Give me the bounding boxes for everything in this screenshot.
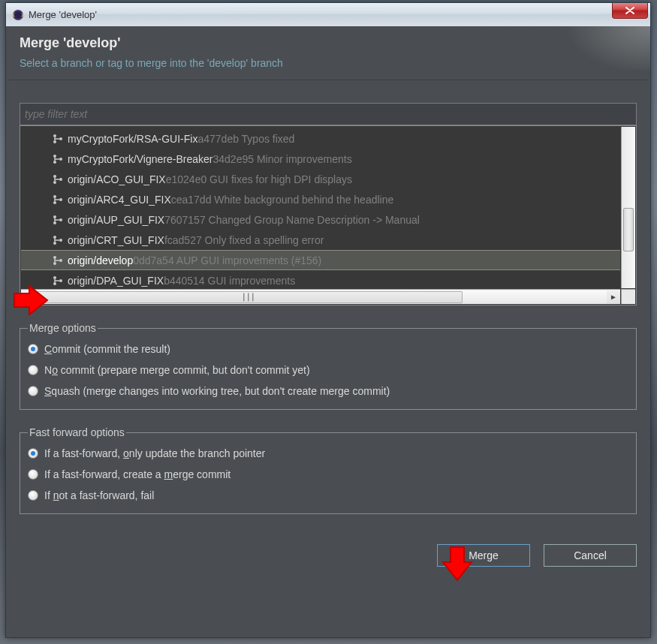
svg-point-11 (59, 178, 62, 181)
svg-point-2 (14, 11, 22, 19)
branch-name: origin/CRT_GUI_FIX (68, 234, 164, 246)
button-bar: Merge Cancel (6, 522, 650, 577)
branch-commit-info: 34d2e95 Minor improvements (212, 153, 351, 165)
branch-commit-info: a477deb Typos fixed (197, 133, 294, 145)
merge-option[interactable]: Commit (commit the result) (28, 339, 628, 360)
eclipse-icon (12, 9, 24, 21)
radio-icon[interactable] (28, 344, 38, 354)
svg-point-6 (53, 155, 56, 158)
svg-point-24 (53, 276, 56, 279)
dialog-window: Merge 'develop' Merge 'develop' Select a… (5, 2, 651, 638)
ff-option[interactable]: If not a fast-forward, fail (28, 485, 628, 506)
branch-icon (53, 215, 63, 225)
svg-point-3 (53, 134, 56, 137)
branch-icon (53, 134, 63, 144)
svg-point-18 (53, 236, 56, 239)
branch-name: myCryptoFork/RSA-GUI-Fix (68, 133, 197, 145)
dialog-title: Merge 'develop' (20, 35, 637, 51)
merge-options-legend: Merge options (28, 322, 98, 334)
svg-point-13 (53, 201, 56, 204)
merge-options-group: Merge options Commit (commit the result)… (20, 322, 637, 410)
filter-input-wrap[interactable] (20, 103, 637, 125)
dialog-subtitle: Select a branch or tag to merge into the… (20, 57, 637, 69)
branch-item[interactable]: origin/DPA_GUI_FIX b440514 GUI improveme… (21, 270, 620, 288)
branch-commit-info: 0dd7a54 AUP GUI improvements (#156) (133, 254, 321, 266)
radio-icon[interactable] (28, 386, 38, 396)
svg-point-10 (53, 181, 56, 184)
hscroll-left-arrow[interactable]: ◄ (21, 290, 35, 304)
svg-point-23 (59, 259, 62, 262)
radio-icon[interactable] (28, 490, 38, 501)
branch-commit-info: cea17dd White background behind the head… (171, 194, 394, 206)
branch-name: origin/ACO_GUI_FIX (68, 173, 166, 185)
window-title: Merge 'develop' (29, 9, 97, 20)
branch-item[interactable]: myCryptoFork/Vignere-Breaker 34d2e95 Min… (21, 149, 620, 169)
tree-viewport[interactable]: myCryptoFork/RSA-GUI-Fix a477deb Typos f… (21, 127, 620, 288)
branch-icon (53, 154, 63, 164)
svg-point-14 (59, 198, 62, 201)
branch-tree-container: myCryptoFork/RSA-GUI-Fix a477deb Typos f… (20, 125, 637, 305)
branch-item[interactable]: myCryptoFork/RSA-GUI-Fix a477deb Typos f… (21, 128, 620, 149)
branch-item[interactable]: origin/develop 0dd7a54 AUP GUI improveme… (21, 250, 620, 270)
dialog-content: myCryptoFork/RSA-GUI-Fix a477deb Typos f… (6, 82, 650, 522)
svg-point-5 (59, 137, 62, 140)
branch-name: origin/AUP_GUI_FIX (68, 214, 164, 226)
radio-icon[interactable] (28, 365, 38, 375)
branch-item[interactable]: origin/CRT_GUI_FIX fcad527 Only fixed a … (21, 230, 620, 250)
radio-label: If not a fast-forward, fail (44, 489, 154, 501)
header-divider (9, 80, 647, 80)
vertical-scrollbar[interactable] (621, 127, 635, 288)
svg-point-4 (53, 140, 56, 143)
ff-options-legend: Fast forward options (28, 426, 126, 438)
radio-label: Commit (commit the result) (44, 343, 170, 355)
radio-label: Squash (merge changes into working tree,… (44, 385, 390, 397)
branch-item[interactable]: origin/ARC4_GUI_FIX cea17dd White backgr… (21, 189, 620, 209)
dialog-header: Merge 'develop' Select a branch or tag t… (6, 26, 650, 80)
branch-item[interactable]: origin/AUP_GUI_FIX 7607157 Changed Group… (21, 209, 620, 230)
vertical-scroll-thumb[interactable] (623, 208, 634, 251)
branch-item[interactable]: origin/ACO_GUI_FIX e1024e0 GUI fixes for… (21, 169, 620, 189)
svg-point-19 (53, 242, 56, 245)
merge-option[interactable]: No commit (prepare merge commit, but don… (28, 360, 628, 381)
radio-label: If a fast-forward, only update the branc… (44, 447, 265, 459)
branch-name: myCryptoFork/Vignere-Breaker (68, 153, 212, 165)
branch-name: origin/ARC4_GUI_FIX (68, 194, 171, 206)
titlebar[interactable]: Merge 'develop' (6, 3, 650, 26)
branch-name: origin/DPA_GUI_FIX (68, 275, 164, 287)
svg-point-8 (59, 158, 62, 161)
cancel-button[interactable]: Cancel (544, 544, 637, 567)
ff-option[interactable]: If a fast-forward, only update the branc… (28, 443, 628, 464)
branch-commit-info: b440514 GUI improvements (164, 275, 295, 287)
close-button[interactable] (612, 3, 648, 19)
branch-commit-info: fcad527 Only fixed a spelling error (164, 234, 324, 246)
svg-point-9 (53, 175, 56, 178)
hscroll-thumb[interactable]: ┃┃┃ (35, 291, 463, 303)
branch-commit-info: e1024e0 GUI fixes for high DPI displays (166, 173, 352, 185)
horizontal-scrollbar[interactable]: ◄ ┃┃┃ ► (21, 289, 620, 304)
merge-button[interactable]: Merge (437, 544, 530, 567)
svg-point-21 (53, 256, 56, 259)
hscroll-right-arrow[interactable]: ► (607, 290, 620, 304)
ff-options-group: Fast forward options If a fast-forward, … (20, 426, 637, 514)
branch-icon (53, 275, 63, 286)
radio-icon[interactable] (28, 469, 38, 480)
svg-point-16 (53, 221, 56, 224)
branch-icon (53, 174, 63, 185)
branch-icon (53, 255, 63, 266)
svg-point-20 (59, 239, 62, 242)
merge-option[interactable]: Squash (merge changes into working tree,… (28, 381, 628, 402)
branch-icon (53, 235, 63, 245)
svg-point-22 (53, 262, 56, 265)
scroll-corner (621, 289, 635, 304)
hscroll-track[interactable]: ┃┃┃ (35, 290, 607, 304)
filter-input[interactable] (25, 108, 631, 120)
branch-commit-info: 7607157 Changed Group Name Description -… (164, 214, 420, 226)
ff-option[interactable]: If a fast-forward, create a merge commit (28, 464, 628, 485)
branch-name: origin/develop (68, 254, 133, 266)
svg-point-25 (53, 282, 56, 285)
svg-point-7 (53, 161, 56, 164)
svg-point-26 (59, 279, 62, 282)
radio-icon[interactable] (28, 448, 38, 459)
svg-point-15 (53, 215, 56, 218)
svg-point-17 (59, 218, 62, 221)
